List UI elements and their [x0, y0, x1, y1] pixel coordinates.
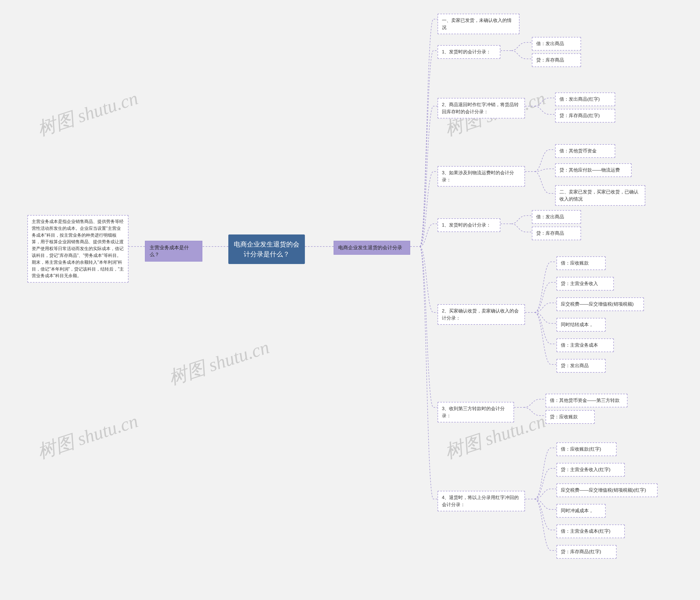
left-leaf: 主营业务成本是指企业销售商品、提供劳务等经营性活动所发生的成本。企业应当设置"主… — [27, 215, 128, 283]
n2-4: 4、退货时，将以上分录用红字冲回的会计分录： — [438, 491, 525, 511]
section-2-title: 二、卖家已发货，买家已收货，已确认收入的情况 — [555, 185, 645, 206]
root-node[interactable]: 电商企业发生退货的会计分录是什么？ — [228, 235, 305, 264]
n1-1: 1、发货时的会计分录： — [438, 45, 500, 59]
n2-3a: 借：其他货币资金——第三方转款 — [546, 394, 628, 407]
n2-4a: 借：应收账款(红字) — [556, 442, 617, 456]
n2-2e: 借：主营业务成本 — [556, 338, 614, 352]
section-1-title: 一、卖家已发货，未确认收入的情况 — [438, 14, 520, 34]
n2-2d: 同时结转成本， — [556, 318, 606, 332]
watermark: 树图 shutu.cn — [34, 408, 141, 464]
n1-1a: 借：发出商品 — [532, 37, 581, 51]
watermark: 树图 shutu.cn — [34, 86, 141, 141]
n1-2a: 借：发出商品(红字) — [555, 93, 615, 106]
n1-2b: 贷：库存商品(红字) — [555, 109, 615, 123]
n1-3b: 贷：其他应付款——物流运费 — [555, 163, 632, 177]
n1-3: 3、如果涉及到物流运费时的会计分录： — [438, 166, 525, 187]
n2-2: 2、买家确认收货，卖家确认收入的会计分录： — [438, 304, 525, 325]
n2-4e: 借：主营业务成本(红字) — [556, 525, 625, 538]
n2-1a: 借：发出商品 — [532, 210, 581, 224]
n1-1b: 贷：库存商品 — [532, 53, 581, 67]
n2-4d: 同时冲减成本， — [556, 504, 606, 518]
n2-4c: 应交税费——应交增值税(销项税额)(红字) — [556, 483, 658, 497]
left-l1[interactable]: 主营业务成本是什么？ — [145, 241, 202, 262]
n2-3: 3、收到第三方转款时的会计分录： — [438, 402, 514, 423]
n2-2b: 贷：主营业务收入 — [556, 277, 614, 291]
n1-2: 2、商品退回时作红字冲销，将货品转回库存时的会计分录： — [438, 98, 525, 118]
n1-3a: 借：其他货币资金 — [555, 144, 615, 158]
n2-4f: 贷：库存商品(红字) — [556, 545, 617, 559]
n2-4b: 贷：主营业务收入(红字) — [556, 463, 625, 477]
n2-1b: 贷：库存商品 — [532, 226, 581, 240]
n2-3b: 贷：应收账款 — [546, 410, 595, 424]
n2-1: 1、发货时的会计分录： — [438, 218, 500, 232]
watermark: 树图 shutu.cn — [166, 335, 272, 390]
n2-2c: 应交税费——应交增值税(销项税额) — [556, 297, 644, 311]
n2-2a: 借：应收账款 — [556, 256, 606, 270]
n2-2f: 贷：发出商品 — [556, 359, 606, 373]
right-l1[interactable]: 电商企业发生退货的会计分录 — [333, 241, 410, 255]
